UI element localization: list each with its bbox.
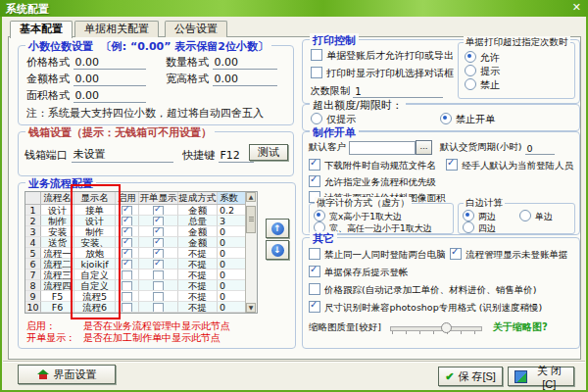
thumbnail-quality-slider[interactable] <box>390 322 480 334</box>
row-show-checkbox[interactable] <box>153 292 164 302</box>
cell-commission-method[interactable]: 不提 <box>178 280 218 291</box>
cell-coefficient[interactable]: 0 <box>218 259 245 270</box>
cell-coefficient[interactable]: 0.2 <box>218 205 245 216</box>
interface-settings-button[interactable]: 界面设置 <box>18 365 116 384</box>
cell-commission-method[interactable]: 金额 <box>178 226 218 237</box>
cell-commission-method[interactable]: 金额 <box>178 237 218 248</box>
price-tracking-checkbox[interactable] <box>309 283 320 295</box>
cell-commission-method[interactable]: 不提 <box>178 259 218 270</box>
row-enabled-checkbox[interactable] <box>122 227 132 237</box>
col-header-display[interactable]: 显示名 <box>74 192 116 204</box>
cashbox-port-input[interactable]: 未设置 <box>72 147 173 163</box>
row-show-checkbox[interactable] <box>153 217 164 226</box>
cell-display-name[interactable]: 接单 <box>74 205 116 216</box>
cell-process-name[interactable]: F5 <box>41 291 74 302</box>
move-up-button[interactable]: ↑ <box>266 219 289 238</box>
table-row[interactable]: 9 F5 流程5 不提 0 <box>25 291 246 302</box>
col-header-show[interactable]: 开单显示 <box>139 192 178 204</box>
single-login-checkbox[interactable] <box>309 248 320 260</box>
cell-process-name[interactable]: 流程二 <box>41 259 74 270</box>
default-customer-input[interactable] <box>349 141 416 155</box>
size-format-input[interactable]: 0.00 <box>213 73 277 86</box>
cell-process-name[interactable]: F6 <box>41 302 74 313</box>
cell-process-name[interactable]: 流程一 <box>41 248 74 259</box>
row-enabled-checkbox[interactable] <box>122 292 132 302</box>
cell-commission-method[interactable]: 不提 <box>178 270 218 280</box>
test-button[interactable]: 测试 <box>249 144 288 161</box>
browse-button[interactable]: … <box>416 140 432 155</box>
auto-filename-checkbox[interactable] <box>309 159 320 171</box>
row-enabled-checkbox[interactable] <box>122 206 132 216</box>
move-down-button[interactable]: ↓ <box>266 240 289 260</box>
close-button[interactable]: 关 闭[C] <box>508 367 574 386</box>
default-handler-checkbox[interactable] <box>446 159 458 171</box>
cell-commission-method[interactable]: 总量 <box>178 216 218 226</box>
col-header-method[interactable]: 提成方式 <box>178 192 218 204</box>
tab-doc-config[interactable]: 单据相关配置 <box>74 21 159 37</box>
col-header-enabled[interactable]: 启用 <box>116 192 139 204</box>
cell-process-name[interactable]: 设计 <box>41 205 74 216</box>
delivery-cycle-input[interactable]: 0 <box>525 143 555 155</box>
table-row[interactable]: 6 流程二 kjoikjf 不提 0 <box>25 259 246 270</box>
table-row[interactable]: 2 制作 设计 总量 3 <box>25 216 246 226</box>
cell-process-name[interactable]: 制作 <box>41 216 74 226</box>
photoshop-format-checkbox[interactable] <box>309 301 320 313</box>
scroll-up-icon[interactable]: ▲ <box>246 192 256 202</box>
radio-forbid-order[interactable] <box>440 113 452 124</box>
row-show-checkbox[interactable] <box>153 238 164 248</box>
radio-forbid[interactable] <box>465 78 476 90</box>
table-row[interactable]: 1 设计 接单 金额 0.2 <box>25 205 246 216</box>
save-button[interactable]: ✔ 保 存[S] <box>438 367 503 386</box>
cell-display-name[interactable]: 设计 <box>74 216 116 226</box>
row-show-checkbox[interactable] <box>153 227 164 237</box>
cell-coefficient[interactable]: 3 <box>218 216 245 226</box>
print-after-post-checkbox[interactable] <box>311 49 322 61</box>
radio-prompt[interactable] <box>465 65 476 76</box>
cell-coefficient[interactable]: 0 <box>218 226 245 237</box>
row-show-checkbox[interactable] <box>153 260 164 270</box>
table-row[interactable]: 7 流程三 自定义 不提 0 <box>25 270 246 280</box>
radio-allow[interactable] <box>465 51 476 63</box>
cell-display-name[interactable]: 放炮 <box>74 248 116 259</box>
area-format-input[interactable]: 0.00 <box>74 89 146 103</box>
row-show-checkbox[interactable] <box>153 281 164 291</box>
cell-coefficient[interactable]: 0 <box>218 302 245 313</box>
price-format-input[interactable]: 0.00 <box>74 56 146 70</box>
cell-commission-method[interactable]: 不提 <box>178 291 218 302</box>
cell-coefficient[interactable]: 0 <box>218 291 245 302</box>
table-row[interactable]: 10 F6 流程6 不提 0 <box>25 302 246 313</box>
row-enabled-checkbox[interactable] <box>122 249 132 259</box>
allow-workflow-priority-checkbox[interactable] <box>309 175 320 187</box>
scroll-down-icon[interactable]: ▼ <box>246 303 256 313</box>
scroll-thumb[interactable] <box>246 206 256 233</box>
cell-coefficient[interactable]: 0 <box>218 270 245 280</box>
amount-format-input[interactable]: 0.00 <box>74 73 146 86</box>
tab-notice-config[interactable]: 公告设置 <box>165 21 227 37</box>
table-scrollbar[interactable]: ▲ ▼ <box>245 192 257 313</box>
slider-thumb[interactable] <box>441 322 452 333</box>
table-row[interactable]: 3 安装 制作 金额 0 <box>25 226 246 237</box>
cell-commission-method[interactable]: 不提 <box>178 302 218 313</box>
row-show-checkbox[interactable] <box>153 249 164 259</box>
cell-process-name[interactable]: 流程三 <box>41 270 74 280</box>
tab-basic-config[interactable]: 基本配置 <box>10 21 73 38</box>
cell-coefficient[interactable]: 0 <box>218 280 245 291</box>
table-row[interactable]: 5 流程一 放炮 不提 0 <box>25 248 246 259</box>
table-row[interactable]: 4 送货 安装、 金额 0 <box>25 237 246 248</box>
show-unposted-checkbox[interactable] <box>450 248 462 260</box>
col-header-coef[interactable]: 系数 <box>218 192 245 204</box>
row-show-checkbox[interactable] <box>153 303 164 313</box>
radio-one-side[interactable] <box>519 210 531 221</box>
row-enabled-checkbox[interactable] <box>122 260 132 270</box>
cell-commission-method[interactable]: 不提 <box>178 248 218 259</box>
cell-process-name[interactable]: 送货 <box>41 237 74 248</box>
cell-display-name[interactable]: 流程5 <box>74 291 116 302</box>
cell-display-name[interactable]: 安装、 <box>74 237 116 248</box>
window-close-icon[interactable]: ✕ <box>572 1 581 14</box>
row-enabled-checkbox[interactable] <box>122 303 132 313</box>
row-show-checkbox[interactable] <box>153 206 164 216</box>
cell-process-name[interactable]: 安装 <box>41 226 74 237</box>
cell-commission-method[interactable]: 金额 <box>178 205 218 216</box>
cell-display-name[interactable]: kjoikjf <box>74 259 116 270</box>
radio-wxh-max-edge[interactable] <box>314 210 325 221</box>
